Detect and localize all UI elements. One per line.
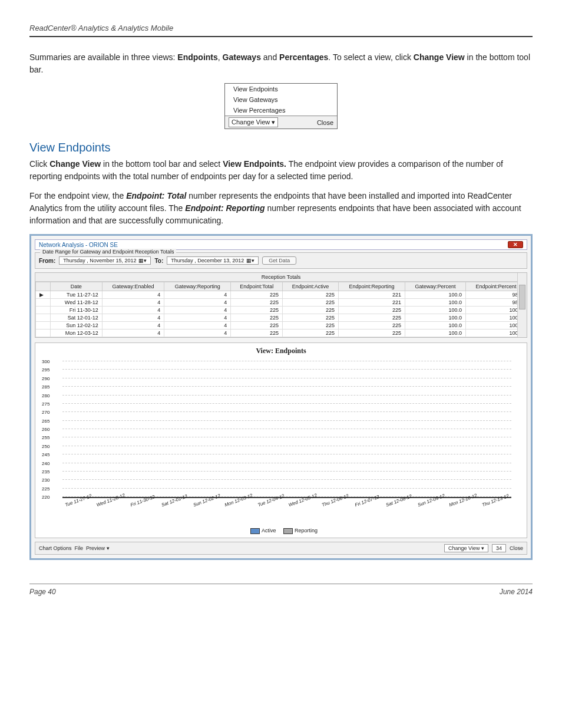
to-date-picker[interactable]: Thursday , December 13, 2012▦▾: [167, 256, 259, 265]
change-view-button[interactable]: Change View ▾: [229, 117, 278, 127]
change-view-menu: View Endpoints View Gateways View Percen…: [224, 83, 338, 129]
close-button[interactable]: Close: [510, 545, 523, 551]
endpoints-chart: View: Endpoints 220225230235240245250255…: [35, 342, 527, 538]
page-date: June 2014: [500, 588, 533, 596]
group-label: Date Range for Gateway and Endpoint Rece…: [40, 249, 176, 255]
change-view-button[interactable]: Change View ▾: [444, 544, 488, 552]
table-title: Reception Totals: [35, 273, 527, 282]
chart-options-button[interactable]: Chart Options: [39, 545, 72, 551]
preview-button[interactable]: Preview ▾: [86, 545, 110, 551]
menu-view-percentages[interactable]: View Percentages: [225, 105, 337, 116]
close-icon[interactable]: ✕: [508, 241, 523, 248]
bottom-toolbar: Chart Options File Preview ▾ Change View…: [35, 542, 527, 555]
close-button[interactable]: Close: [317, 119, 333, 126]
page-footer: Page 40 June 2014: [29, 584, 533, 596]
menu-view-endpoints[interactable]: View Endpoints: [225, 84, 337, 94]
scrollbar[interactable]: [517, 273, 527, 337]
menu-view-gateways[interactable]: View Gateways: [225, 94, 337, 105]
para-2: For the endpoint view, the Endpoint: Tot…: [29, 190, 533, 227]
section-title: View Endpoints: [29, 141, 533, 154]
count-field: 34: [492, 544, 506, 552]
file-button[interactable]: File: [75, 545, 84, 551]
calendar-icon: ▦▾: [138, 258, 147, 263]
page-number: Page 40: [29, 588, 56, 596]
from-date-picker[interactable]: Thursday , November 15, 2012▦▾: [59, 256, 151, 265]
to-label: To:: [154, 258, 163, 264]
reception-totals-table: Reception Totals DateGateway:EnabledGate…: [35, 272, 527, 338]
get-data-button[interactable]: Get Data: [262, 256, 296, 265]
screenshot-window: Network Analysis - ORION SE ✕ Date Range…: [29, 234, 533, 560]
doc-header: ReadCenter® Analytics & Analytics Mobile: [29, 24, 533, 37]
chart-legend: Active Reporting: [39, 528, 523, 534]
date-range-group: Date Range for Gateway and Endpoint Rece…: [35, 252, 527, 269]
window-title: Network Analysis - ORION SE: [39, 242, 118, 248]
para-1: Click Change View in the bottom tool bar…: [29, 158, 533, 183]
from-label: From:: [39, 258, 55, 264]
intro-text: Summaries are available in three views: …: [29, 51, 533, 76]
calendar-icon: ▦▾: [246, 258, 254, 263]
chart-title: View: Endpoints: [39, 347, 523, 355]
